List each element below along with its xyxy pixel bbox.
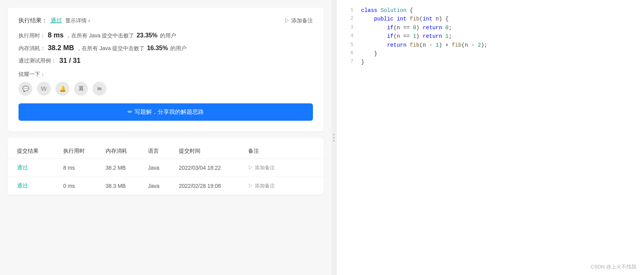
col-header-memory: 内存消耗 — [106, 148, 148, 155]
add-note-label: ▷ 添加备注 — [284, 17, 313, 24]
line-number: 2 — [343, 15, 353, 23]
col-header-time: 执行用时 — [63, 148, 106, 155]
code-line: 2 public int fib(int n) { — [336, 15, 644, 23]
divider-dot — [333, 137, 335, 138]
divider-dot — [333, 134, 335, 135]
watermark: CSDN @上火不找我 — [590, 263, 636, 270]
col-header-submit-time: 提交时间 — [179, 148, 248, 155]
test-cases-row: 通过测试用例： 31 / 31 — [18, 57, 313, 65]
time-row: 执行用时： 8 ms ，在所有 Java 提交中击败了 23.35% 的用户 — [18, 31, 313, 39]
code-line: 5 return fib(n - 1) + fib(n - 2); — [336, 41, 644, 49]
time-label: 执行用时： — [18, 32, 45, 39]
time-percent: 23.35% — [136, 32, 157, 39]
row2-submit-time: 2022/02/28 19:08 — [179, 183, 248, 189]
panel-divider[interactable] — [331, 0, 336, 275]
time-suffix: 的用户 — [160, 32, 176, 39]
time-value: 8 ms — [48, 31, 64, 39]
memory-label: 内存消耗： — [18, 45, 45, 52]
memory-suffix: 的用户 — [170, 45, 187, 52]
row1-memory: 38.2 MB — [106, 165, 148, 171]
memory-value: 38.2 MB — [48, 44, 74, 52]
result-header-left: 执行结果： 通过 显示详情 › — [18, 17, 90, 24]
left-panel: 执行结果： 通过 显示详情 › ▷ 添加备注 执行用时： 8 ms ，在所有 J… — [0, 0, 331, 275]
code-content: if(n == 0) return 0; — [361, 24, 452, 32]
code-line: 4 if(n == 1) return 1; — [336, 32, 644, 40]
col-header-lang: 语言 — [148, 148, 179, 155]
line-number: 3 — [343, 24, 353, 32]
wechat-icon[interactable]: 💬 — [18, 82, 32, 96]
test-cases-value: 31 / 31 — [59, 57, 81, 65]
code-content: } — [361, 58, 364, 66]
code-content: } — [361, 49, 377, 58]
line-number: 1 — [343, 6, 353, 14]
row1-add-note[interactable]: ▷ 添加备注 — [248, 164, 314, 171]
weibo-icon[interactable]: 𝕎 — [37, 82, 51, 96]
share-label: 炫耀一下： — [18, 71, 313, 78]
time-desc: ，在所有 Java 提交中击败了 — [66, 32, 134, 39]
row1-time: 8 ms — [63, 165, 106, 171]
add-note-button[interactable]: ▷ 添加备注 — [284, 17, 313, 24]
write-solution-button[interactable]: ✏ 写题解，分享我的解题思路 — [18, 103, 313, 121]
code-content: return fib(n - 1) + fib(n - 2); — [361, 41, 488, 49]
code-line: 1class Solution { — [336, 6, 644, 15]
code-line: 3 if(n == 0) return 0; — [336, 24, 644, 32]
line-number: 6 — [343, 49, 353, 57]
table-header: 提交结果 执行用时 内存消耗 语言 提交时间 备注 — [8, 144, 324, 159]
table-row: 通过 8 ms 38.2 MB Java 2022/03/04 18:22 ▷ … — [8, 159, 324, 177]
divider-dot — [333, 140, 335, 142]
memory-row: 内存消耗： 38.2 MB ，在所有 Java 提交中击败了 16.35% 的用… — [18, 44, 313, 52]
row2-time: 0 ms — [63, 183, 106, 189]
social-icons: 💬 𝕎 🔔 豆 in — [18, 82, 313, 96]
row2-memory: 38.3 MB — [106, 183, 148, 189]
result-status[interactable]: 通过 — [50, 17, 62, 24]
row2-lang: Java — [148, 183, 179, 189]
line-number: 4 — [343, 32, 353, 40]
memory-percent: 16.35% — [147, 45, 168, 52]
code-editor-panel: 1class Solution {2 public int fib(int n)… — [336, 0, 644, 275]
col-header-note: 备注 — [248, 148, 314, 155]
code-line: 6 } — [336, 49, 644, 58]
code-content: class Solution { — [361, 6, 413, 15]
table-row: 通过 0 ms 38.3 MB Java 2022/02/28 19:08 ▷ … — [8, 177, 324, 195]
row1-lang: Java — [148, 165, 179, 171]
col-header-status: 提交结果 — [17, 148, 63, 155]
detail-link[interactable]: 显示详情 › — [65, 17, 90, 24]
row1-status[interactable]: 通过 — [17, 164, 63, 171]
linkedin-icon[interactable]: in — [92, 82, 106, 96]
code-content: if(n == 1) return 1; — [361, 32, 452, 40]
douban-icon[interactable]: 豆 — [74, 82, 88, 96]
memory-desc: ，在所有 Java 提交中击败了 — [76, 45, 145, 52]
result-header: 执行结果： 通过 显示详情 › ▷ 添加备注 — [18, 17, 313, 24]
result-card: 执行结果： 通过 显示详情 › ▷ 添加备注 执行用时： 8 ms ，在所有 J… — [8, 8, 324, 132]
line-number: 7 — [343, 58, 353, 66]
code-line: 7} — [336, 58, 644, 66]
test-cases-label: 通过测试用例： — [18, 57, 56, 64]
execution-result-label: 执行结果： — [18, 17, 47, 24]
row2-status[interactable]: 通过 — [17, 182, 63, 189]
bell-icon[interactable]: 🔔 — [55, 82, 69, 96]
code-content: public int fib(int n) { — [361, 15, 449, 23]
submissions-card: 提交结果 执行用时 内存消耗 语言 提交时间 备注 通过 8 ms 38.2 M… — [8, 138, 324, 195]
code-area[interactable]: 1class Solution {2 public int fib(int n)… — [336, 0, 644, 275]
row1-submit-time: 2022/03/04 18:22 — [179, 165, 248, 171]
line-number: 5 — [343, 41, 353, 49]
row2-add-note[interactable]: ▷ 添加备注 — [248, 182, 314, 189]
